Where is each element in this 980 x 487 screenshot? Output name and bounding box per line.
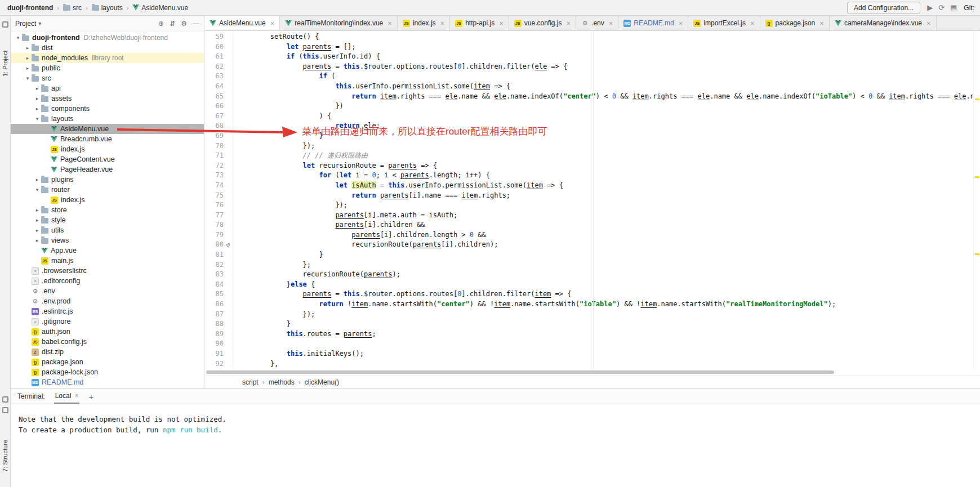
code-line-81[interactable]: 81 } (204, 250, 980, 260)
tree-item-style[interactable]: ▸style (11, 215, 204, 225)
code-line-63[interactable]: 63 if ( (204, 72, 980, 82)
git-label[interactable]: Git: (964, 4, 974, 12)
tree-item-auth.json[interactable]: {}auth.json (11, 327, 204, 337)
code-line-90[interactable]: 90 (204, 339, 980, 349)
tree-item-App.vue[interactable]: App.vue (11, 245, 204, 256)
tree-item-router[interactable]: ▾router (11, 185, 204, 195)
code-line-68[interactable]: 68 return ele; (204, 121, 980, 131)
code-line-92[interactable]: 92 }, (204, 359, 980, 369)
close-icon[interactable]: × (750, 19, 755, 28)
chevron-right-icon[interactable]: ▸ (33, 217, 41, 223)
code-line-76[interactable]: 76 }); (204, 200, 980, 211)
terminal-tab-local[interactable]: Local × (54, 389, 80, 404)
code-line-71[interactable]: 71 // // 递归权限路由 (204, 151, 980, 161)
close-icon[interactable]: × (387, 19, 392, 28)
tree-item-layouts[interactable]: ▾layouts (11, 114, 204, 124)
tree-item-views[interactable]: ▸views (11, 235, 204, 245)
tree-item-src[interactable]: ▾src (11, 73, 204, 83)
titlebar-crumb-src[interactable]: src (61, 3, 83, 12)
tree-item-components[interactable]: ▸components (11, 104, 204, 114)
code-line-66[interactable]: 66 }) (204, 101, 980, 111)
code-line-74[interactable]: 74 let isAuth = this.userInfo.permission… (204, 181, 980, 191)
update-project-icon[interactable]: ⟳ (938, 3, 945, 12)
tree-item-package-lock.json[interactable]: {}package-lock.json (11, 367, 204, 377)
tree-item-.gitignore[interactable]: ≡.gitignore (11, 316, 204, 327)
project-panel-title[interactable]: Project (15, 20, 36, 28)
tree-item-index.js[interactable]: JSindex.js (11, 195, 204, 205)
tab-realTimeMonitoring\index.vue[interactable]: realTimeMonitoring\index.vue× (280, 16, 398, 30)
code-line-67[interactable]: 67 ) { (204, 111, 980, 122)
chevron-right-icon[interactable]: ▸ (33, 106, 41, 111)
tree-item-.eslintrc.js[interactable]: ES.eslintrc.js (11, 306, 204, 316)
tool-windows-icon[interactable]: ▤ (950, 3, 957, 12)
chevron-down-icon[interactable]: ▾ (33, 116, 41, 122)
code-line-82[interactable]: 82 }; (204, 260, 980, 270)
todo-tool-icon[interactable] (2, 407, 8, 413)
code-line-85[interactable]: 85 parents = this.$router.options.routes… (204, 289, 980, 300)
tab-vue.config.js[interactable]: JSvue.config.js× (509, 16, 576, 30)
terminal-output[interactable]: Note that the development build is not o… (11, 404, 980, 487)
tree-item-assets[interactable]: ▸assets (11, 93, 204, 104)
tab-cameraManage\index.vue[interactable]: cameraManage\index.vue× (830, 16, 937, 30)
collapse-all-icon[interactable]: ⇵ (170, 20, 175, 28)
code-line-72[interactable]: 72 let recursionRoute = parents => { (204, 161, 980, 171)
tree-item-AsideMenu.vue[interactable]: AsideMenu.vue (11, 124, 204, 134)
code-line-60[interactable]: 60 let parents = []; (204, 42, 980, 52)
tab-package.json[interactable]: {}package.json× (760, 16, 830, 30)
chevron-down-icon[interactable]: ▾ (14, 35, 22, 41)
tree-item-public[interactable]: ▸public (11, 63, 204, 73)
close-icon[interactable]: × (819, 19, 824, 28)
titlebar-crumb-AsideMenu.vue[interactable]: AsideMenu.vue (131, 3, 190, 12)
tree-item-node_modules[interactable]: ▸node_moduleslibrary root (11, 53, 204, 63)
horizontal-scrollbar[interactable] (204, 370, 980, 375)
tree-item-.env.prod[interactable]: ⚙.env.prod (11, 296, 204, 306)
code-line-83[interactable]: 83 recursionRoute(parents); (204, 270, 980, 280)
code-line-79[interactable]: 79 parents[i].children.length > 0 && (204, 230, 980, 240)
tree-item-duoji-frontend[interactable]: ▾duoji-frontendD:\zheheWeb\duoji-fronten… (11, 33, 204, 43)
code-line-64[interactable]: 64 this.userInfo.permissionList.some(ite… (204, 82, 980, 92)
close-icon[interactable]: × (679, 19, 683, 28)
titlebar-crumb-layouts[interactable]: layouts (90, 3, 124, 12)
error-stripe[interactable] (973, 31, 980, 370)
close-icon[interactable]: × (609, 19, 613, 28)
chevron-right-icon[interactable]: ▸ (33, 96, 41, 101)
structure-tool-button[interactable]: 7: Structure (2, 440, 8, 472)
tree-item-store[interactable]: ▸store (11, 205, 204, 215)
code-line-87[interactable]: 87 }); (204, 310, 980, 320)
project-tool-icon[interactable] (2, 21, 8, 28)
run-icon[interactable]: ▶ (927, 3, 933, 12)
code-line-61[interactable]: 61 if (this.userInfo.id) { (204, 52, 980, 62)
tab-importExcel.js[interactable]: JSimportExcel.js× (688, 16, 760, 30)
tab-index.js[interactable]: JSindex.js× (398, 16, 450, 30)
tree-item-dist[interactable]: ▸dist (11, 43, 204, 53)
breadcrumb-script[interactable]: script (242, 378, 259, 386)
chevron-right-icon[interactable]: ▸ (33, 86, 41, 91)
code-line-69[interactable]: 69 } (204, 131, 980, 141)
code-line-70[interactable]: 70 }); (204, 141, 980, 151)
code-line-80[interactable]: 80↺ recursionRoute(parents[i].children); (204, 240, 980, 250)
code-line-75[interactable]: 75 return parents[i].name === item.right… (204, 191, 980, 201)
chevron-down-icon[interactable]: ▾ (38, 20, 41, 26)
close-icon[interactable]: × (926, 19, 931, 28)
tree-item-.editorconfig[interactable]: ≡.editorconfig (11, 276, 204, 286)
titlebar-crumb-duoji-frontend[interactable]: duoji-frontend (6, 3, 55, 12)
new-terminal-button[interactable]: + (88, 392, 93, 401)
code-line-77[interactable]: 77 parents[i].meta.auth = isAuth; (204, 211, 980, 221)
chevron-right-icon[interactable]: ▸ (24, 65, 32, 71)
settings-icon[interactable]: ⚙ (181, 20, 187, 28)
breadcrumb-clickMenu()[interactable]: clickMenu() (305, 378, 339, 386)
code-line-84[interactable]: 84 }else { (204, 280, 980, 290)
close-icon[interactable]: × (440, 19, 445, 28)
chevron-right-icon[interactable]: ▸ (33, 227, 41, 233)
tree-item-.browserslistrc[interactable]: ≡.browserslistrc (11, 266, 204, 276)
code-line-62[interactable]: 62 parents = this.$router.options.routes… (204, 62, 980, 72)
code-line-73[interactable]: 73 for (let i = 0; i < parents.length; i… (204, 171, 980, 181)
tree-item-babel.config.js[interactable]: JSbabel.config.js (11, 337, 204, 347)
locate-file-icon[interactable]: ⊕ (158, 20, 164, 28)
chevron-right-icon[interactable]: ▸ (24, 45, 32, 51)
code-line-78[interactable]: 78 parents[i].children && (204, 220, 980, 230)
code-line-89[interactable]: 89 this.routes = parents; (204, 329, 980, 339)
chevron-right-icon[interactable]: ▸ (33, 177, 41, 182)
tree-item-.env[interactable]: ⚙.env (11, 286, 204, 296)
close-icon[interactable]: × (566, 19, 571, 28)
